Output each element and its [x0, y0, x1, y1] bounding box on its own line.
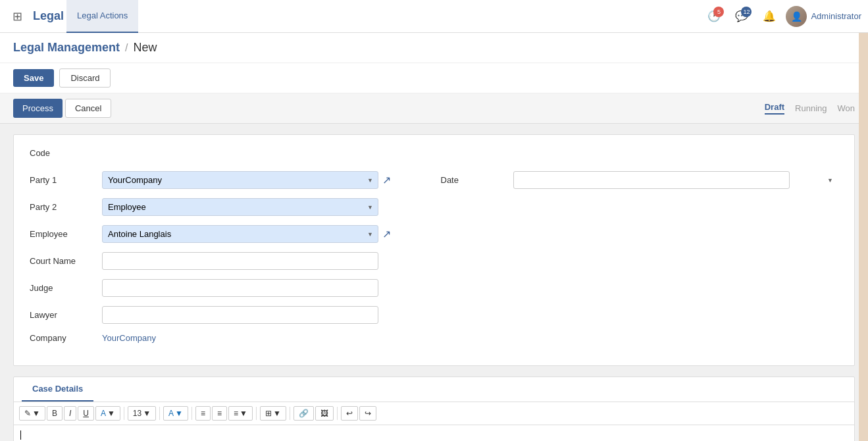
party2-row: Party 2 Employee [30, 198, 428, 216]
code-row: Code [30, 148, 838, 158]
font-style-btn[interactable]: ✎ ▼ [19, 406, 45, 421]
link-btn[interactable]: 🔗 [294, 406, 314, 421]
undo-btn[interactable]: ↩ [341, 406, 358, 421]
discard-button[interactable]: Discard [59, 68, 111, 88]
clock-badge: 5 [713, 7, 724, 17]
employee-select[interactable]: Antoine Langlais [102, 225, 378, 243]
bell-icon-btn[interactable]: 🔔 [758, 5, 780, 28]
toolbar-sep-2 [159, 407, 160, 420]
company-link[interactable]: YourCompany [102, 333, 156, 343]
italic-btn[interactable]: I [64, 406, 76, 421]
editor-body[interactable] [14, 425, 854, 441]
grid-icon[interactable]: ⊞ [7, 6, 28, 27]
app-name[interactable]: Legal [33, 9, 64, 23]
breadcrumb-separator: / [125, 42, 128, 54]
toolbar-sep-3 [191, 407, 192, 420]
top-nav-right: 🕐 5 💬 12 🔔 👤 Administrator [703, 5, 861, 28]
save-button[interactable]: Save [13, 69, 54, 87]
toolbar-sep-5 [290, 407, 290, 420]
action-bar: Save Discard [0, 63, 868, 93]
date-input[interactable]: 01/11/2019 [513, 171, 790, 189]
court-row: Court Name High Court [30, 252, 428, 270]
underline-btn[interactable]: U [78, 406, 94, 421]
cursor [20, 430, 21, 440]
company-row: Company YourCompany [30, 333, 428, 343]
ol-btn[interactable]: ≡ [212, 406, 227, 421]
party2-select-wrap: Employee [102, 198, 378, 216]
process-button[interactable]: Process [13, 99, 63, 118]
nav-tab-legal-actions[interactable]: Legal Actions [66, 0, 138, 33]
tab-section: Case Details ✎ ▼ B I U A ▼ 13 [13, 376, 855, 441]
step-won[interactable]: Won [838, 103, 855, 113]
party1-select-wrap: YourCompany [102, 171, 378, 189]
court-label: Court Name [30, 256, 102, 266]
party1-row: Party 1 YourCompany ↗ [30, 171, 428, 189]
table-btn[interactable]: ⊞ ▼ [260, 406, 286, 421]
party1-label: Party 1 [30, 175, 102, 185]
toolbar-sep-1 [124, 407, 124, 420]
employee-row: Employee Antoine Langlais ↗ [30, 225, 428, 243]
cancel-button[interactable]: Cancel [65, 99, 111, 118]
step-draft[interactable]: Draft [765, 102, 784, 115]
workflow-actions: Process Cancel [13, 99, 111, 118]
user-area[interactable]: 👤 Administrator [786, 6, 861, 27]
judge-label: Judge [30, 283, 102, 293]
status-steps: Draft Running Won [765, 102, 855, 115]
toolbar-sep-4 [256, 407, 257, 420]
align-btn[interactable]: ≡ ▼ [228, 406, 253, 421]
tab-case-details[interactable]: Case Details [22, 377, 93, 402]
clock-icon-btn[interactable]: 🕐 5 [703, 5, 725, 28]
chat-badge: 12 [741, 7, 752, 17]
bold-btn[interactable]: B [47, 406, 63, 421]
ul-btn[interactable]: ≡ [195, 406, 211, 421]
breadcrumb-current: New [134, 41, 157, 55]
lawyer-input[interactable]: Demo Lawyer [102, 306, 378, 324]
party2-select[interactable]: Employee [102, 198, 378, 216]
tab-header: Case Details [14, 377, 854, 402]
court-input[interactable]: High Court [102, 252, 378, 270]
top-nav: ⊞ Legal Legal Actions 🕐 5 💬 12 🔔 👤 Admin… [0, 0, 868, 33]
party1-select[interactable]: YourCompany [102, 171, 378, 189]
main-content: Code Party 1 YourCompany ↗ [0, 124, 868, 441]
form-right-col: Date 01/11/2019 [428, 171, 839, 352]
chat-icon-btn[interactable]: 💬 12 [730, 5, 753, 28]
redo-btn[interactable]: ↪ [359, 406, 376, 421]
code-label: Code [30, 148, 102, 158]
breadcrumb-parent[interactable]: Legal Management [13, 41, 120, 55]
status-bar: Process Cancel Draft Running Won [0, 93, 868, 124]
admin-name: Administrator [811, 11, 861, 21]
toolbar-sep-6 [337, 407, 338, 420]
step-running[interactable]: Running [795, 103, 827, 113]
date-row: Date 01/11/2019 [441, 171, 839, 189]
bell-icon: 🔔 [763, 10, 776, 22]
party2-label: Party 2 [30, 202, 102, 212]
lawyer-label: Lawyer [30, 310, 102, 320]
employee-label: Employee [30, 229, 102, 239]
date-label: Date [441, 175, 513, 185]
text-color-btn[interactable]: A ▼ [163, 406, 188, 421]
form-card: Code Party 1 YourCompany ↗ [13, 134, 855, 366]
company-label: Company [30, 333, 102, 343]
right-scrollbar[interactable] [859, 33, 868, 441]
font-size-btn[interactable]: 13 ▼ [128, 406, 156, 421]
lawyer-row: Lawyer Demo Lawyer [30, 306, 428, 324]
image-btn[interactable]: 🖼 [315, 406, 334, 421]
party1-external-link[interactable]: ↗ [382, 174, 391, 186]
form-left-col: Party 1 YourCompany ↗ Party 2 [30, 171, 428, 352]
judge-input[interactable]: Demo Judge [102, 279, 378, 297]
employee-external-link[interactable]: ↗ [382, 228, 391, 240]
editor-toolbar: ✎ ▼ B I U A ▼ 13 ▼ A ▼ [14, 402, 854, 425]
employee-select-wrap: Antoine Langlais [102, 225, 378, 243]
avatar: 👤 [786, 6, 807, 27]
highlight-btn[interactable]: A ▼ [95, 406, 120, 421]
breadcrumb: Legal Management / New [0, 33, 868, 63]
judge-row: Judge Demo Judge [30, 279, 428, 297]
date-wrap: 01/11/2019 [513, 171, 839, 189]
